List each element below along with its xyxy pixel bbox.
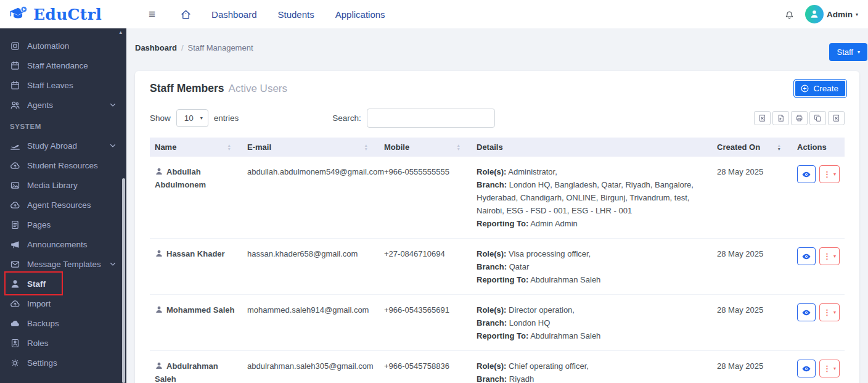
sidebar-section-system: SYSTEM [0,115,126,136]
chevron-down-icon [109,142,117,149]
breadcrumb-dashboard[interactable]: Dashboard [135,43,177,52]
sidebar-item-message-templates[interactable]: Message Templates [0,254,126,274]
created-on-date: 28 May 2025 [712,295,792,351]
sidebar-item-settings[interactable]: Settings [0,353,126,373]
eye-icon [801,170,811,179]
show-label: Show [150,113,171,123]
page-size-select[interactable]: 10 ▾ [176,109,208,127]
airplane-icon [10,141,20,151]
sidebar-item-staff[interactable]: Staff [0,274,126,294]
more-actions-button[interactable]: ⋮▾ [819,303,840,321]
sidebar-item-study-abroad[interactable]: Study Abroad [0,136,126,155]
create-button[interactable]: Create [793,79,847,98]
plus-circle-icon [800,84,809,93]
eye-icon [801,308,811,318]
eye-icon [801,364,811,374]
staff-email: hassan.khader658@gmail.com [242,239,379,295]
table-row: Mohammed Saleh mohammed.saleh914@gmail.c… [150,295,845,351]
person-icon [155,249,163,258]
staff-members-card: Staff Members Active Users Create Show 1… [135,71,859,383]
search-input[interactable] [367,109,495,128]
sidebar-item-agent-resources[interactable]: Agent Resources [0,195,126,215]
page-title: Staff Members [150,82,224,95]
file-excel-icon [758,114,766,122]
staff-mobile: +966-0543565691 [379,295,472,351]
staff-name: Abdulrahman Saleh [155,361,218,383]
chevron-down-icon [109,101,117,109]
sort-icon: ▲▼ [227,144,231,150]
entries-label: entries [214,113,239,123]
pdf-export-button[interactable] [772,111,789,125]
person-icon [155,305,163,314]
automation-icon [10,41,20,51]
staff-details: Role(s): Director operation, Branch: Lon… [472,295,712,351]
id-badge-icon [10,338,20,348]
staff-dropdown-button[interactable]: Staff ▾ [829,43,867,61]
sidebar-item-staff-attendance[interactable]: Staff Attendance [0,56,126,75]
brand-logo[interactable]: EduCtrl [0,6,126,23]
sidebar-item-announcements[interactable]: Announcements [0,234,126,254]
sidebar: ▴ Automation Staff Attendance Staff Leav… [0,28,126,383]
sidebar-scrollbar-thumb[interactable] [122,178,125,383]
csv-export-button[interactable] [828,111,845,125]
agents-icon [10,100,20,110]
megaphone-icon [10,239,20,250]
view-button[interactable] [797,360,816,377]
sidebar-item-media-library[interactable]: Media Library [0,175,126,195]
sidebar-scroll-up-icon[interactable]: ▴ [119,29,122,35]
column-header-name[interactable]: Name ▲▼ [150,138,242,157]
breadcrumb-staff-management: Staff Management [188,43,253,52]
created-on-date: 28 May 2025 [712,157,792,239]
sidebar-item-roles[interactable]: Roles [0,333,126,353]
column-header-email[interactable]: E-mail ▲▼ [242,138,379,157]
calendar-icon [10,60,20,71]
staff-mobile: +27-0846710694 [379,239,472,295]
home-icon[interactable] [180,9,192,20]
print-button[interactable] [791,111,808,125]
staff-email: abdulrahman.saleh305@gmail.com [242,351,379,383]
view-button[interactable] [797,303,816,321]
export-buttons [754,111,845,125]
sidebar-item-staff-leaves[interactable]: Staff Leaves [0,75,126,95]
sidebar-item-pages[interactable]: Pages [0,215,126,234]
sidebar-item-automation[interactable]: Automation [0,36,126,56]
notifications-bell-icon[interactable] [784,9,795,20]
nav-link-dashboard[interactable]: Dashboard [211,9,256,20]
cloud-upload-icon [10,299,20,309]
more-actions-button[interactable]: ⋮▾ [819,165,840,183]
main-content: Dashboard / Staff Management Staff ▾ Sta… [126,28,868,383]
sidebar-item-import[interactable]: Import [0,294,126,313]
view-button[interactable] [797,247,816,265]
column-header-created-on[interactable]: Created On ▲▼ [712,138,792,157]
caret-down-icon: ▾ [833,310,836,315]
staff-details: Role(s): Chief operating officer, Branch… [472,351,712,383]
caret-down-icon: ▾ [833,171,836,177]
avatar-person-icon [809,9,819,19]
top-navbar: EduCtrl ≡ Dashboard Students Application… [0,0,868,28]
person-icon [10,279,20,289]
column-header-mobile[interactable]: Mobile ▲▼ [379,138,472,157]
staff-name: Hassan Khader [166,249,225,258]
more-actions-button[interactable]: ⋮▾ [819,360,840,377]
envelope-icon [10,259,20,270]
view-button[interactable] [797,165,816,183]
cloud-icon [10,318,20,329]
sidebar-item-student-resources[interactable]: Student Resources [0,155,126,175]
created-on-date: 28 May 2025 [712,239,792,295]
nav-link-applications[interactable]: Applications [335,9,385,20]
hamburger-menu-icon[interactable]: ≡ [149,7,155,21]
copy-button[interactable] [809,111,826,125]
sidebar-item-agents[interactable]: Agents [0,95,126,115]
chevron-down-icon: ▾ [856,12,858,17]
column-header-actions: Actions [792,138,845,157]
person-icon [155,361,163,370]
staff-email: abdullah.abdulmonem549@gmail.com [242,157,379,239]
staff-mobile: +966-0555555555 [379,157,472,239]
dots-vertical-icon: ⋮ [823,308,831,316]
sidebar-item-backups[interactable]: Backups [0,313,126,333]
more-actions-button[interactable]: ⋮▾ [819,247,840,265]
excel-export-button[interactable] [754,111,771,125]
staff-name: Mohammed Saleh [166,305,235,315]
nav-link-students[interactable]: Students [277,9,314,20]
user-menu[interactable]: Admin ▾ [805,5,858,23]
